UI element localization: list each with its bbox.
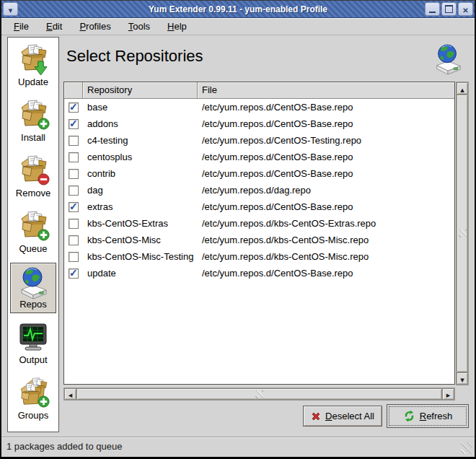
app-window: Yum Extender 0.99.11 - yum-enabled Profi… <box>0 0 476 459</box>
repo-name: kbs-CentOS-Misc <box>83 235 198 245</box>
repo-name: base <box>83 102 198 113</box>
table-row[interactable]: kbs-CentOS-Misc /etc/yum.repos.d/kbs-Cen… <box>64 232 454 248</box>
repo-name: kbs-CentOS-Extras <box>83 218 198 229</box>
sidebar-item-label: Queue <box>19 243 47 254</box>
repo-checkbox[interactable] <box>69 219 79 229</box>
horizontal-scrollbar[interactable] <box>63 388 455 401</box>
repo-checkbox[interactable] <box>69 235 79 245</box>
repo-name: c4-testing <box>83 135 198 146</box>
vertical-scrollbar[interactable] <box>456 82 469 385</box>
repo-checkbox[interactable] <box>69 169 79 179</box>
repo-file: /etc/yum.repos.d/CentOS-Base.repo <box>198 201 454 212</box>
menubar: File Edit Profiles Tools Help <box>1 18 475 35</box>
refresh-label: Refresh <box>420 411 453 421</box>
resize-grip[interactable] <box>461 442 472 454</box>
sidebar-item-install[interactable]: Install <box>10 96 56 147</box>
refresh-button[interactable]: Refresh <box>387 404 469 428</box>
sidebar-item-label: Repos <box>19 299 47 310</box>
column-header-file[interactable]: File <box>198 82 454 99</box>
menu-profiles[interactable]: Profiles <box>76 19 114 33</box>
install-box-icon <box>17 98 49 133</box>
repo-checkbox[interactable] <box>69 102 79 113</box>
maximize-button[interactable] <box>441 2 457 16</box>
close-icon <box>462 3 468 16</box>
repo-file: /etc/yum.repos.d/dag.repo <box>198 185 454 196</box>
horizontal-scrollbar-thumb[interactable] <box>76 388 442 400</box>
menu-help[interactable]: Help <box>164 19 190 33</box>
repo-file: /etc/yum.repos.d/kbs-CentOS-Misc.repo <box>198 251 454 262</box>
scroll-left-button[interactable] <box>64 388 76 400</box>
scroll-right-button[interactable] <box>442 388 454 400</box>
repo-name: contrib <box>83 168 198 179</box>
sidebar-item-groups[interactable]: Groups <box>10 374 56 424</box>
page-title: Select Repositories <box>66 47 203 66</box>
deselect-all-button[interactable]: Deselect All <box>303 406 382 427</box>
sidebar-item-output[interactable]: Output <box>10 318 56 369</box>
sidebar-item-update[interactable]: Update <box>10 40 56 91</box>
deselect-all-label: Deselect All <box>325 411 374 421</box>
sidebar-item-label: Output <box>19 354 47 365</box>
window-title: Yum Extender 0.99.11 - yum-enabled Profi… <box>1 1 475 18</box>
repo-checkbox[interactable] <box>69 268 79 279</box>
table-row[interactable]: update /etc/yum.repos.d/CentOS-Base.repo <box>64 265 454 281</box>
repos-globe-icon <box>433 43 463 76</box>
repos-globe-icon <box>17 265 49 300</box>
sidebar-item-remove[interactable]: Remove <box>10 152 56 202</box>
scroll-up-icon <box>460 82 464 95</box>
repository-table: Repository File base /etc/yum.repos.d/Ce… <box>63 82 455 385</box>
sidebar-item-repos[interactable]: Repos <box>10 263 56 313</box>
table-row[interactable]: centosplus /etc/yum.repos.d/CentOS-Base.… <box>64 149 454 165</box>
category-sidebar: Update Install Remove Queue <box>7 37 59 432</box>
red-x-icon <box>311 411 321 421</box>
repo-name: addons <box>83 118 198 129</box>
repo-checkbox[interactable] <box>69 152 79 162</box>
table-row[interactable]: dag /etc/yum.repos.d/dag.repo <box>64 182 454 198</box>
menu-file[interactable]: File <box>10 19 32 33</box>
scroll-up-button[interactable] <box>457 82 468 95</box>
repo-name: dag <box>83 185 198 196</box>
vertical-scrollbar-thumb[interactable] <box>457 95 468 372</box>
table-row[interactable]: base /etc/yum.repos.d/CentOS-Base.repo <box>64 99 454 115</box>
table-row[interactable]: contrib /etc/yum.repos.d/CentOS-Base.rep… <box>64 165 454 182</box>
titlebar[interactable]: Yum Extender 0.99.11 - yum-enabled Profi… <box>1 1 475 18</box>
table-row[interactable]: kbs-CentOS-Misc-Testing /etc/yum.repos.d… <box>64 248 454 265</box>
green-refresh-icon <box>403 410 415 422</box>
minimize-button[interactable] <box>425 2 440 16</box>
chevron-down-icon <box>9 3 13 16</box>
column-header-checkbox[interactable] <box>64 82 83 99</box>
output-monitor-icon <box>17 320 49 355</box>
sidebar-item-label: Update <box>18 76 48 87</box>
repo-checkbox[interactable] <box>69 136 79 146</box>
sidebar-item-label: Install <box>21 132 45 143</box>
repo-checkbox[interactable] <box>69 185 79 196</box>
remove-box-icon <box>17 154 49 188</box>
scroll-down-button[interactable] <box>457 372 468 385</box>
update-box-icon <box>17 43 49 77</box>
column-header-repository[interactable]: Repository <box>83 82 198 99</box>
sidebar-item-queue[interactable]: Queue <box>10 207 56 258</box>
scroll-right-icon <box>446 388 451 401</box>
close-button[interactable] <box>458 2 473 16</box>
repo-file: /etc/yum.repos.d/kbs-CentOS-Extras.repo <box>198 218 454 229</box>
table-row[interactable]: extras /etc/yum.repos.d/CentOS-Base.repo <box>64 198 454 215</box>
repo-file: /etc/yum.repos.d/CentOS-Base.repo <box>198 118 454 129</box>
statusbar: 1 packages added to queue <box>1 437 475 457</box>
repo-file: /etc/yum.repos.d/CentOS-Base.repo <box>198 152 454 162</box>
window-menu-button[interactable] <box>3 2 18 16</box>
scroll-down-icon <box>460 372 464 385</box>
refresh-button-focus-ring: Refresh <box>389 406 467 426</box>
repo-checkbox[interactable] <box>69 252 79 262</box>
table-row[interactable]: c4-testing /etc/yum.repos.d/CentOS-Testi… <box>64 132 454 149</box>
table-row[interactable]: addons /etc/yum.repos.d/CentOS-Base.repo <box>64 115 454 132</box>
menu-tools[interactable]: Tools <box>125 19 154 33</box>
scroll-left-icon <box>69 388 73 401</box>
table-header: Repository File <box>64 82 454 99</box>
repo-checkbox[interactable] <box>69 202 79 212</box>
table-row[interactable]: kbs-CentOS-Extras /etc/yum.repos.d/kbs-C… <box>64 215 454 232</box>
repo-checkbox[interactable] <box>69 119 79 129</box>
repo-name: kbs-CentOS-Misc-Testing <box>83 251 198 262</box>
repo-name: update <box>83 268 198 279</box>
repo-file: /etc/yum.repos.d/CentOS-Base.repo <box>198 102 454 113</box>
minimize-icon <box>429 5 436 13</box>
menu-edit[interactable]: Edit <box>43 19 66 33</box>
